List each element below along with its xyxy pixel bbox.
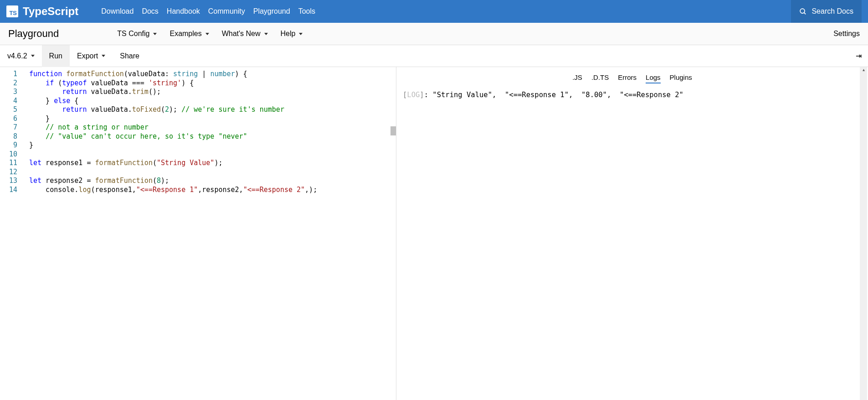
line-number: 5	[0, 105, 17, 114]
line-number: 3	[0, 88, 17, 97]
search-label: Search Docs	[812, 7, 853, 16]
search-docs-button[interactable]: Search Docs	[791, 0, 862, 23]
line-number: 9	[0, 141, 17, 150]
output-tab-js[interactable]: .JS	[572, 73, 582, 83]
nav-download[interactable]: Download	[101, 7, 134, 16]
chevron-down-icon	[102, 55, 105, 57]
svg-point-0	[801, 9, 805, 13]
main-area: 1234567891011121314 function formatFunct…	[0, 67, 868, 400]
editor-toolbar: v4.6.2 Run Export Share ⇥	[0, 45, 868, 67]
subnav-ts-config[interactable]: TS Config	[117, 30, 157, 38]
code-line[interactable]: let response2 = formatFunction(8);	[29, 177, 396, 186]
page-title: Playground	[0, 28, 67, 40]
chevron-down-icon	[299, 33, 303, 35]
playground-header: Playground TS ConfigExamplesWhat's NewHe…	[0, 23, 868, 45]
code-line[interactable]: return valueData.trim();	[29, 88, 396, 97]
code-line[interactable]	[29, 168, 396, 177]
line-number: 12	[0, 168, 17, 177]
code-line[interactable]: if (typeof valueData === 'string') {	[29, 79, 396, 88]
subnav-help[interactable]: Help	[281, 30, 303, 38]
nav-handbook[interactable]: Handbook	[167, 7, 200, 16]
output-panel: ▴ .JS.D.TSErrorsLogsPlugins [LOG]: "Stri…	[396, 67, 868, 400]
code-line[interactable]: // not a string or number	[29, 123, 396, 132]
export-button[interactable]: Export	[70, 45, 113, 67]
line-number: 13	[0, 177, 17, 186]
version-selector[interactable]: v4.6.2	[0, 45, 42, 67]
output-tab-logs[interactable]: Logs	[646, 73, 661, 83]
minimap-viewport[interactable]	[390, 126, 396, 135]
search-icon	[799, 8, 807, 16]
subnav-what-s-new[interactable]: What's New	[222, 30, 268, 38]
output-tab-errors[interactable]: Errors	[618, 73, 637, 83]
code-line[interactable]: } else {	[29, 97, 396, 106]
code-line[interactable]: return valueData.toFixed(2); // we're su…	[29, 105, 396, 114]
output-tab-plugins[interactable]: Plugins	[670, 73, 692, 83]
settings-button[interactable]: Settings	[825, 30, 868, 38]
run-button[interactable]: Run	[42, 45, 70, 67]
output-tabs: .JS.D.TSErrorsLogsPlugins	[396, 67, 868, 87]
line-gutter: 1234567891011121314	[0, 67, 26, 400]
playground-nav: TS ConfigExamplesWhat's NewHelp	[117, 30, 303, 38]
site-title[interactable]: TypeScript	[23, 5, 78, 18]
nav-community[interactable]: Community	[208, 7, 245, 16]
main-nav: DownloadDocsHandbookCommunityPlaygroundT…	[101, 7, 315, 16]
log-prefix: [LOG]	[403, 91, 424, 99]
log-line: : "String Value", "<==Response 1", "8.00…	[424, 91, 688, 99]
chevron-down-icon	[153, 33, 157, 35]
send-to-output-button[interactable]: ⇥	[849, 52, 868, 60]
output-scrollbar[interactable]: ▴	[860, 67, 867, 400]
chevron-down-icon	[205, 33, 209, 35]
line-number: 2	[0, 79, 17, 88]
line-number: 10	[0, 150, 17, 159]
line-number: 6	[0, 114, 17, 124]
line-number: 14	[0, 186, 17, 195]
nav-tools[interactable]: Tools	[298, 7, 315, 16]
line-number: 11	[0, 159, 17, 168]
chevron-down-icon	[264, 33, 268, 35]
code-line[interactable]: }	[29, 141, 396, 150]
output-body: [LOG]: "String Value", "<==Response 1", …	[396, 87, 868, 400]
code-line[interactable]: }	[29, 114, 396, 124]
svg-line-1	[804, 12, 806, 14]
site-header: TS TypeScript DownloadDocsHandbookCommun…	[0, 0, 868, 23]
ts-logo-icon: TS	[6, 5, 18, 17]
line-number: 1	[0, 70, 17, 79]
code-line[interactable]: console.log(response1,"<==Response 1",re…	[29, 186, 396, 195]
code-line[interactable]: // "value" can't occur here, so it's typ…	[29, 132, 396, 141]
code-editor[interactable]: 1234567891011121314 function formatFunct…	[0, 67, 396, 400]
output-tab-dts[interactable]: .D.TS	[591, 73, 609, 83]
nav-playground[interactable]: Playground	[253, 7, 290, 16]
share-button[interactable]: Share	[113, 45, 147, 67]
line-number: 8	[0, 132, 17, 141]
line-number: 7	[0, 123, 17, 132]
line-number: 4	[0, 97, 17, 106]
subnav-examples[interactable]: Examples	[169, 30, 209, 38]
chevron-down-icon	[31, 55, 35, 57]
code-line[interactable]: function formatFunction(valueData: strin…	[29, 70, 396, 79]
scroll-up-icon[interactable]: ▴	[860, 67, 867, 74]
code-content[interactable]: function formatFunction(valueData: strin…	[26, 67, 396, 400]
code-line[interactable]: let response1 = formatFunction("String V…	[29, 159, 396, 168]
code-line[interactable]	[29, 150, 396, 159]
nav-docs[interactable]: Docs	[142, 7, 158, 16]
